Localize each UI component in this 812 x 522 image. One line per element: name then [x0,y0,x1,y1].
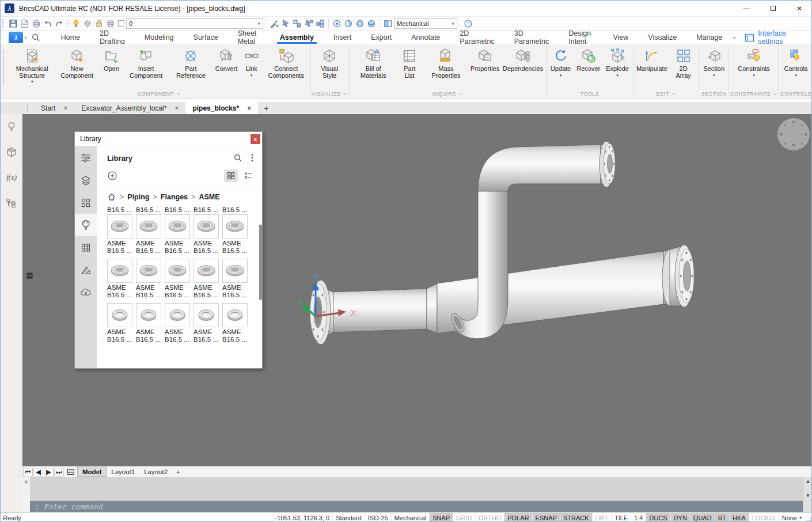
dropdown-arrow-icon[interactable]: ▾ [251,73,253,78]
library-scrollbar[interactable] [259,207,262,346]
library-item[interactable]: ASMEB16.5 ... [136,303,161,343]
status-polar[interactable]: POLAR [504,513,532,522]
dropdown-arrow-icon[interactable]: ▾ [795,73,797,78]
color-swatch[interactable] [118,20,124,27]
prev-layout-icon[interactable]: ◀ [33,468,43,476]
application-menu-chevron-icon[interactable]: ▾ [24,35,26,40]
save-icon[interactable] [7,18,19,29]
tab-assembly[interactable]: Assembly [270,31,324,44]
layout-list-icon[interactable] [65,468,76,476]
explode-button[interactable]: Explode▾ [603,46,632,79]
manipulate-button[interactable]: Manipulate [635,46,669,74]
insert-component-button[interactable]: Insert Component [124,46,169,80]
library-item-label[interactable]: B16.5 ... [193,206,219,213]
close-tab-icon[interactable]: × [174,104,179,112]
mechanical-structure-button[interactable]: Mechanical Structure▾ [10,46,55,85]
controls-button[interactable]: Controls▾ [781,46,811,79]
status-strack[interactable]: STRACK [560,513,592,522]
new-document-tab-button[interactable]: + [258,102,274,114]
parameters-fx-icon[interactable]: f(x) [1,165,22,190]
library-item-label[interactable]: B16.5 ... [165,206,190,213]
group-label-component[interactable]: COMPONENT [10,89,309,99]
isolate-objects-icon[interactable] [331,18,343,29]
new-layout-button[interactable]: + [172,468,184,475]
status-snap[interactable]: SNAP [429,513,453,522]
minimize-button[interactable]: — [733,1,760,16]
tab-export[interactable]: Export [361,31,401,44]
ribbon-collapse-chevron-icon[interactable]: ▾ [733,35,735,40]
status-standard[interactable]: Standard [332,513,365,522]
breadcrumb-piping[interactable]: Piping [127,193,149,201]
dropdown-arrow-icon[interactable]: ▾ [616,73,619,78]
status-tile[interactable]: TILE [611,513,631,522]
library-item[interactable]: ASMEB16.5 ... [165,214,190,255]
layout-tab-layout2[interactable]: Layout2 [139,467,172,477]
status-1-4[interactable]: 1:4 [631,513,646,522]
status-hka[interactable]: HKA [729,513,749,522]
section-button[interactable]: Section▾ [700,46,727,79]
interface-settings-button[interactable]: Interface settings [745,29,806,46]
add-circle-icon[interactable] [107,171,117,181]
status-quad[interactable]: QUAD [690,513,715,522]
layer-dropdown[interactable]: 0▾ [126,18,263,29]
library-panel-titlebar[interactable]: Library x [75,132,262,146]
2d-array-button[interactable]: 2D Array [669,46,698,80]
status-lockui[interactable]: LOCKUI [749,513,779,522]
dropdown-caret-icon[interactable]: ▾ [799,515,802,520]
scroll-down-icon[interactable]: ▼ [806,493,811,498]
group-label-section[interactable]: SECTION [700,89,727,99]
blockify-icon[interactable] [314,18,326,29]
update-button[interactable]: Update▾ [548,46,574,79]
tab-2d-parametric[interactable]: 2D Parametric [450,31,504,44]
hide-objects-icon[interactable] [343,18,354,29]
library-item[interactable]: ASMEB16.5 ... [136,259,161,299]
group-label-visualize[interactable]: VISUALIZE [312,89,348,99]
undo-icon[interactable] [42,18,54,29]
dropdown-arrow-icon[interactable]: ▾ [31,79,33,84]
command-history[interactable] [30,477,803,501]
drafting-tools-icon[interactable] [75,259,97,281]
tab-surface[interactable]: Surface [184,31,228,44]
library-item[interactable]: ASMEB16.5 ... [222,214,248,255]
mass-properties-button[interactable]: Mass Properties [423,46,469,80]
new-component-button[interactable]: New Component [55,46,100,80]
group-label-controls[interactable]: CONTROLS [780,89,811,99]
doctab-grip[interactable] [27,104,31,111]
properties-button[interactable]: Properties [469,46,502,74]
unisolate-objects-icon[interactable] [354,18,366,29]
dropdown-arrow-icon[interactable]: ▾ [713,73,715,78]
filter-sliders-icon[interactable] [75,146,97,169]
layers-icon[interactable] [75,169,97,191]
open-button[interactable]: Open [100,46,124,74]
part-reference-button[interactable]: Part Reference [168,46,213,80]
document-tab-start[interactable]: Start× [34,102,74,114]
command-input[interactable]: : Enter command [30,501,803,512]
group-label-tools[interactable]: TOOLS [548,89,632,99]
library-item-label[interactable]: B16.5 ... [222,206,248,213]
tab-annotate[interactable]: Annotate [401,31,450,44]
structure-tree-icon[interactable] [1,190,22,215]
tab-insert[interactable]: Insert [324,31,361,44]
status-lwt[interactable]: LWT [592,513,611,522]
grid-view-icon[interactable] [224,169,238,182]
convert-button[interactable]: Convert [213,46,239,74]
close-tab-icon[interactable]: × [63,104,67,112]
library-balloon-icon[interactable] [75,214,97,236]
constraints-button[interactable]: Constraints▾ [735,46,773,79]
application-menu-button[interactable]: λ [9,32,23,43]
dependencies-button[interactable]: Dependencies [501,46,544,74]
structure-select-icon[interactable] [303,18,314,29]
render-sphere-icon[interactable] [366,18,377,29]
tab-home[interactable]: Home [51,31,90,44]
navigation-compass[interactable] [777,118,810,150]
tab-3d-parametric[interactable]: 3D Parametric [504,31,559,44]
library-item-label[interactable]: B16.5 ... [136,206,161,213]
document-tab-pipes-blocks[interactable]: pipes_blocks*× [185,102,258,114]
layer-plot-icon[interactable] [105,18,116,29]
workspace-dropdown[interactable]: Mechanical▾ [394,18,457,29]
dropdown-arrow-icon[interactable]: ▾ [560,73,562,78]
close-tab-icon[interactable]: × [247,104,251,112]
library-item[interactable]: ASMEB16.5 ... [107,259,132,299]
tab-visualize[interactable]: Visualize [638,31,686,44]
bill-of-materials-button[interactable]: Bill of Materials [351,46,396,80]
